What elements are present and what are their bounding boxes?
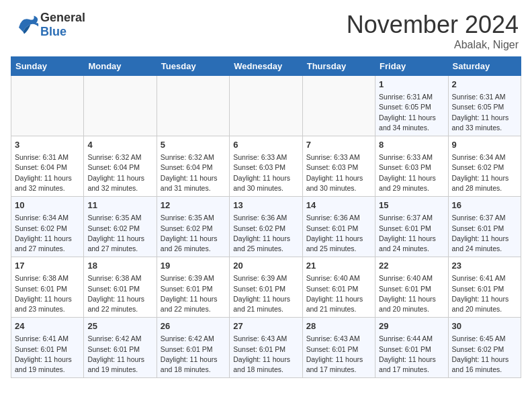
table-row [230,76,302,136]
calendar-wrapper: Sunday Monday Tuesday Wednesday Thursday… [0,56,532,383]
logo: General Blue [13,11,85,39]
day-info: Sunrise: 6:40 AM Sunset: 6:01 PM Dayligh… [379,273,444,314]
day-info: Sunrise: 6:36 AM Sunset: 6:02 PM Dayligh… [233,213,298,254]
day-info: Sunrise: 6:31 AM Sunset: 6:05 PM Dayligh… [452,92,517,133]
col-sunday: Sunday [11,57,84,76]
day-number: 26 [161,320,226,332]
day-number: 11 [87,199,152,212]
table-row: 28Sunrise: 6:43 AM Sunset: 6:01 PM Dayli… [302,318,375,378]
month-title: November 2024 [347,11,519,39]
day-number: 8 [379,139,444,151]
day-info: Sunrise: 6:40 AM Sunset: 6:01 PM Dayligh… [306,273,371,314]
table-row: 22Sunrise: 6:40 AM Sunset: 6:01 PM Dayli… [375,257,448,318]
table-row: 19Sunrise: 6:39 AM Sunset: 6:01 PM Dayli… [157,257,229,318]
day-info: Sunrise: 6:34 AM Sunset: 6:02 PM Dayligh… [15,213,80,254]
day-number: 27 [233,320,298,332]
day-info: Sunrise: 6:33 AM Sunset: 6:03 PM Dayligh… [306,152,371,193]
day-info: Sunrise: 6:41 AM Sunset: 6:01 PM Dayligh… [452,273,517,314]
day-info: Sunrise: 6:39 AM Sunset: 6:01 PM Dayligh… [161,273,226,314]
day-info: Sunrise: 6:38 AM Sunset: 6:01 PM Dayligh… [87,273,152,314]
day-number: 13 [233,199,298,212]
table-row: 12Sunrise: 6:35 AM Sunset: 6:02 PM Dayli… [157,197,229,257]
table-row: 7Sunrise: 6:33 AM Sunset: 6:03 PM Daylig… [302,136,375,197]
table-row: 23Sunrise: 6:41 AM Sunset: 6:01 PM Dayli… [448,257,521,318]
day-info: Sunrise: 6:31 AM Sunset: 6:04 PM Dayligh… [15,152,80,193]
day-info: Sunrise: 6:33 AM Sunset: 6:03 PM Dayligh… [379,152,444,193]
table-row: 27Sunrise: 6:43 AM Sunset: 6:01 PM Dayli… [230,318,302,378]
day-number: 29 [379,320,444,332]
day-number: 4 [87,139,152,151]
logo-icon [13,11,40,38]
calendar-table: Sunday Monday Tuesday Wednesday Thursday… [11,56,521,378]
table-row: 8Sunrise: 6:33 AM Sunset: 6:03 PM Daylig… [375,136,448,197]
day-info: Sunrise: 6:37 AM Sunset: 6:01 PM Dayligh… [379,213,444,254]
day-number: 2 [452,79,517,91]
table-row: 1Sunrise: 6:31 AM Sunset: 6:05 PM Daylig… [375,76,448,136]
day-number: 24 [15,320,80,332]
table-row: 14Sunrise: 6:36 AM Sunset: 6:01 PM Dayli… [302,197,375,257]
table-row: 18Sunrise: 6:38 AM Sunset: 6:01 PM Dayli… [84,257,157,318]
calendar-week-row: 24Sunrise: 6:41 AM Sunset: 6:01 PM Dayli… [11,318,521,378]
day-number: 6 [233,139,298,151]
table-row: 29Sunrise: 6:44 AM Sunset: 6:01 PM Dayli… [375,318,448,378]
table-row [302,76,375,136]
table-row: 3Sunrise: 6:31 AM Sunset: 6:04 PM Daylig… [11,136,84,197]
day-number: 17 [15,260,80,272]
day-number: 1 [379,79,444,91]
day-info: Sunrise: 6:42 AM Sunset: 6:01 PM Dayligh… [87,334,152,375]
day-number: 22 [379,260,444,272]
col-saturday: Saturday [448,57,521,76]
day-number: 16 [452,199,517,212]
table-row: 15Sunrise: 6:37 AM Sunset: 6:01 PM Dayli… [375,197,448,257]
page-header: General Blue November 2024 Abalak, Niger [0,0,532,56]
day-number: 15 [379,199,444,212]
table-row: 21Sunrise: 6:40 AM Sunset: 6:01 PM Dayli… [302,257,375,318]
day-number: 18 [87,260,152,272]
day-info: Sunrise: 6:32 AM Sunset: 6:04 PM Dayligh… [161,152,226,193]
table-row: 30Sunrise: 6:45 AM Sunset: 6:02 PM Dayli… [448,318,521,378]
logo-text: General Blue [40,11,85,39]
calendar-week-row: 1Sunrise: 6:31 AM Sunset: 6:05 PM Daylig… [11,76,521,136]
table-row: 10Sunrise: 6:34 AM Sunset: 6:02 PM Dayli… [11,197,84,257]
table-row [157,76,229,136]
day-info: Sunrise: 6:42 AM Sunset: 6:01 PM Dayligh… [161,334,226,375]
day-number: 9 [452,139,517,151]
table-row: 13Sunrise: 6:36 AM Sunset: 6:02 PM Dayli… [230,197,302,257]
day-info: Sunrise: 6:33 AM Sunset: 6:03 PM Dayligh… [233,152,298,193]
table-row: 26Sunrise: 6:42 AM Sunset: 6:01 PM Dayli… [157,318,229,378]
day-number: 28 [306,320,371,332]
table-row [11,76,84,136]
col-tuesday: Tuesday [157,57,229,76]
table-row: 9Sunrise: 6:34 AM Sunset: 6:02 PM Daylig… [448,136,521,197]
day-number: 21 [306,260,371,272]
day-info: Sunrise: 6:35 AM Sunset: 6:02 PM Dayligh… [87,213,152,254]
day-number: 20 [233,260,298,272]
day-info: Sunrise: 6:39 AM Sunset: 6:01 PM Dayligh… [233,273,298,314]
day-info: Sunrise: 6:38 AM Sunset: 6:01 PM Dayligh… [15,273,80,314]
table-row: 20Sunrise: 6:39 AM Sunset: 6:01 PM Dayli… [230,257,302,318]
logo-general: General [40,11,85,25]
day-info: Sunrise: 6:36 AM Sunset: 6:01 PM Dayligh… [306,213,371,254]
day-info: Sunrise: 6:43 AM Sunset: 6:01 PM Dayligh… [306,334,371,375]
location: Abalak, Niger [347,39,519,51]
table-row: 6Sunrise: 6:33 AM Sunset: 6:03 PM Daylig… [230,136,302,197]
table-row [84,76,157,136]
day-number: 14 [306,199,371,212]
day-info: Sunrise: 6:45 AM Sunset: 6:02 PM Dayligh… [452,334,517,375]
day-info: Sunrise: 6:43 AM Sunset: 6:01 PM Dayligh… [233,334,298,375]
day-info: Sunrise: 6:31 AM Sunset: 6:05 PM Dayligh… [379,92,444,133]
title-section: November 2024 Abalak, Niger [347,11,519,51]
table-row: 17Sunrise: 6:38 AM Sunset: 6:01 PM Dayli… [11,257,84,318]
day-number: 10 [15,199,80,212]
day-info: Sunrise: 6:35 AM Sunset: 6:02 PM Dayligh… [161,213,226,254]
day-number: 3 [15,139,80,151]
calendar-week-row: 10Sunrise: 6:34 AM Sunset: 6:02 PM Dayli… [11,197,521,257]
col-monday: Monday [84,57,157,76]
day-info: Sunrise: 6:32 AM Sunset: 6:04 PM Dayligh… [87,152,152,193]
table-row: 5Sunrise: 6:32 AM Sunset: 6:04 PM Daylig… [157,136,229,197]
day-number: 7 [306,139,371,151]
day-number: 5 [161,139,226,151]
table-row: 24Sunrise: 6:41 AM Sunset: 6:01 PM Dayli… [11,318,84,378]
day-info: Sunrise: 6:34 AM Sunset: 6:02 PM Dayligh… [452,152,517,193]
day-number: 23 [452,260,517,272]
